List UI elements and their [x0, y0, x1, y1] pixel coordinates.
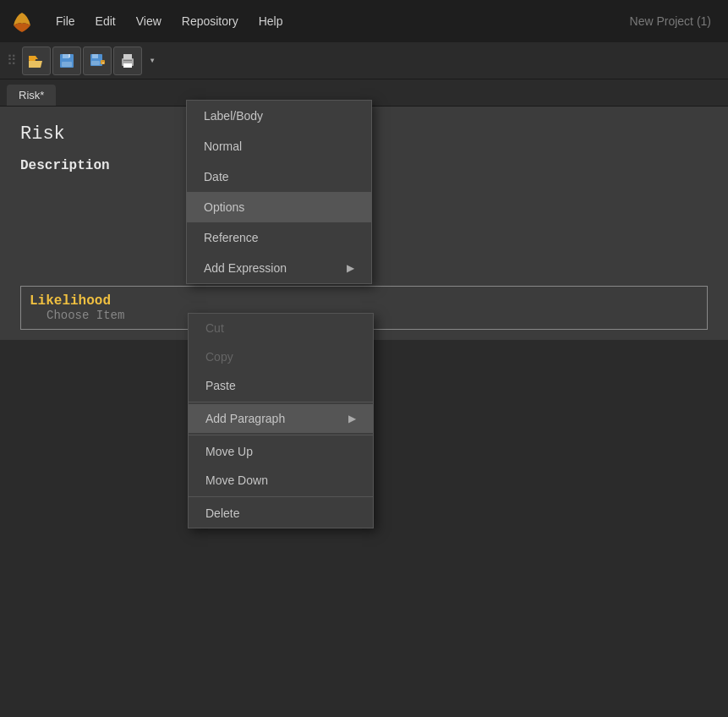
ctx-move-up-label: Move Up: [205, 445, 253, 458]
ctx-add-paragraph-label: Add Paragraph: [205, 412, 285, 425]
menu-file[interactable]: File: [47, 11, 84, 31]
toolbar-dropdown[interactable]: ▾: [144, 47, 161, 75]
menu-repository[interactable]: Repository: [173, 11, 247, 31]
context-menu: Cut Copy Paste Add Paragraph ▶ Move Up M…: [188, 313, 374, 528]
toolbar-grip: ⠿: [7, 52, 17, 69]
ctx-move-up[interactable]: Move Up: [189, 437, 373, 466]
ctx-paste[interactable]: Paste: [189, 371, 373, 400]
svg-rect-12: [123, 63, 132, 68]
svg-rect-2: [63, 54, 69, 58]
ctx-move-down-label: Move Down: [205, 473, 268, 487]
sub-label-body-label: Label/Body: [204, 109, 263, 123]
sub-reference-label: Reference: [204, 231, 259, 244]
sub-options[interactable]: Options: [187, 192, 371, 222]
ctx-delete-label: Delete: [205, 506, 239, 520]
menu-view[interactable]: View: [128, 11, 170, 31]
ctx-move-down[interactable]: Move Down: [189, 466, 373, 495]
menu-help[interactable]: Help: [250, 11, 292, 31]
print-button[interactable]: [113, 47, 142, 75]
svg-rect-11: [123, 54, 132, 59]
likelihood-label: Likelihood: [30, 293, 698, 309]
open-button[interactable]: [22, 47, 51, 75]
ctx-add-paragraph-arrow: ▶: [348, 413, 356, 424]
ctx-copy-label: Copy: [205, 350, 233, 364]
sub-add-expression[interactable]: Add Expression ▶: [187, 253, 371, 283]
sub-options-label: Options: [204, 200, 244, 214]
sub-normal-label: Normal: [204, 140, 242, 153]
sub-label-body[interactable]: Label/Body: [187, 101, 371, 131]
toolbar: ⠿ + ▾: [0, 42, 728, 79]
ctx-cut-label: Cut: [205, 321, 224, 335]
svg-rect-6: [92, 54, 98, 58]
menubar: File Edit View Repository Help New Proje…: [0, 0, 728, 42]
sub-date-label: Date: [204, 170, 229, 183]
ctx-paste-label: Paste: [205, 379, 236, 392]
menu-edit[interactable]: Edit: [87, 11, 124, 31]
save-button[interactable]: [52, 47, 81, 75]
sub-reference[interactable]: Reference: [187, 222, 371, 253]
sub-date[interactable]: Date: [187, 161, 371, 192]
submenu: Label/Body Normal Date Options Reference…: [186, 100, 372, 284]
svg-rect-4: [68, 54, 70, 57]
submenu-wrapper: Label/Body Normal Date Options Reference…: [186, 100, 372, 284]
ctx-add-paragraph[interactable]: Add Paragraph ▶: [189, 404, 373, 433]
svg-text:+: +: [102, 61, 105, 66]
ctx-separator-3: [189, 496, 373, 497]
ctx-copy: Copy: [189, 342, 373, 371]
ctx-delete[interactable]: Delete: [189, 499, 373, 528]
sub-add-expression-label: Add Expression: [204, 261, 287, 275]
project-title: New Project (1): [630, 14, 721, 28]
svg-rect-7: [91, 61, 100, 65]
save-as-button[interactable]: +: [83, 47, 112, 75]
sub-add-expression-arrow: ▶: [347, 262, 354, 274]
ctx-separator-1: [189, 402, 373, 402]
context-menu-wrapper: Cut Copy Paste Add Paragraph ▶ Move Up M…: [188, 313, 374, 528]
ctx-separator-2: [189, 435, 373, 435]
sub-normal[interactable]: Normal: [187, 131, 371, 161]
ctx-cut: Cut: [189, 314, 373, 342]
tab-risk[interactable]: Risk*: [7, 85, 56, 106]
svg-rect-3: [62, 62, 72, 67]
svg-rect-13: [123, 60, 132, 61]
app-logo: [7, 6, 37, 36]
